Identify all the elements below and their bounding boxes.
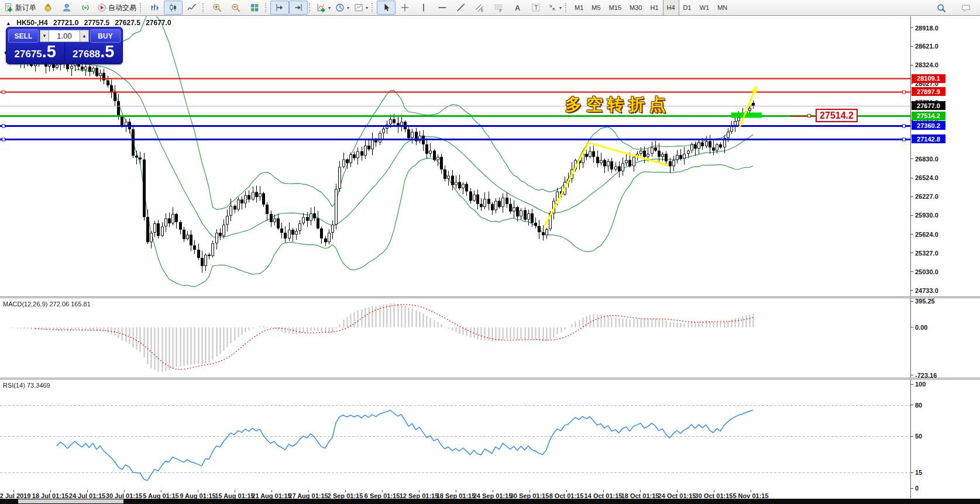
- new-order-button[interactable]: 新订单: [2, 1, 39, 15]
- chat-icon: [961, 4, 971, 13]
- svg-text:A: A: [515, 4, 520, 12]
- crosshair-button[interactable]: [396, 1, 414, 15]
- market-button[interactable]: [39, 1, 57, 15]
- timeframe-h1-button[interactable]: H1: [646, 0, 662, 16]
- zoom-in-button[interactable]: [208, 1, 226, 15]
- macd-panel-canvas[interactable]: [0, 298, 910, 378]
- main-chart-canvas[interactable]: [0, 16, 910, 297]
- timeframe-d1-button[interactable]: D1: [679, 0, 696, 16]
- sell-price[interactable]: 27675 .5: [6, 43, 65, 63]
- chart-symbol-period: HK50-,H4: [16, 19, 47, 27]
- chart-shift-button[interactable]: [289, 1, 308, 15]
- autotrading-button[interactable]: 自动交易: [95, 1, 139, 15]
- tile-windows-button[interactable]: [245, 1, 264, 15]
- time-tick-label: 24 Jul 01:15: [69, 492, 105, 499]
- rsi-tick-label: 80: [915, 402, 922, 409]
- horizontal-line-button[interactable]: [433, 1, 452, 15]
- community-button[interactable]: [57, 1, 76, 15]
- price-tag-label[interactable]: 27514.2: [816, 109, 858, 122]
- timeframe-h4-button[interactable]: H4: [663, 0, 679, 16]
- price-tick-mark: [911, 84, 913, 84]
- periods-button[interactable]: ▾: [333, 1, 352, 15]
- vertical-line-button[interactable]: [414, 1, 433, 15]
- fibonacci-button[interactable]: F: [489, 1, 508, 15]
- volume-input[interactable]: 1.00: [49, 30, 80, 42]
- ohlc-close: 27677.0: [146, 19, 171, 27]
- equidistant-channel-button[interactable]: E: [470, 1, 489, 15]
- timeframe-mn-button[interactable]: MN: [713, 0, 731, 16]
- buy-price[interactable]: 27688 .5: [65, 43, 123, 63]
- arrows-button[interactable]: ▾: [545, 1, 564, 15]
- volume-decrease-button[interactable]: ▼: [40, 30, 49, 42]
- signals-icon: [81, 3, 90, 12]
- indicators-button[interactable]: ▾: [314, 1, 333, 15]
- bar-chart-button[interactable]: [145, 1, 164, 15]
- community-icon: [62, 3, 71, 12]
- text-label-button[interactable]: T: [527, 1, 545, 15]
- line-chart-icon: [187, 3, 197, 12]
- signals-button[interactable]: [76, 1, 95, 15]
- templates-button[interactable]: ▾: [352, 1, 370, 15]
- collapse-quote-icon[interactable]: ▲: [6, 20, 11, 26]
- price-axis[interactable]: 28918.028621.028324.028027.027731.027434…: [910, 16, 980, 498]
- indicators-icon: [317, 3, 326, 12]
- trendline-button[interactable]: [452, 1, 470, 15]
- price-line-label: 27142.8: [912, 134, 945, 143]
- time-tick-label: 27 Aug 01:15: [288, 492, 328, 499]
- timeframe-m30-button[interactable]: M30: [625, 0, 646, 16]
- rsi-tick-label: 100: [915, 381, 926, 388]
- timeframe-m1-button[interactable]: M1: [570, 0, 587, 16]
- rsi-panel-splitter[interactable]: [0, 378, 980, 379]
- chart-shift-icon: [294, 3, 303, 12]
- candlestick-chart-button[interactable]: [164, 1, 183, 15]
- chat-button[interactable]: [957, 1, 975, 15]
- timeframe-m5-button[interactable]: M5: [587, 0, 604, 16]
- timeframe-m15-button[interactable]: M15: [605, 0, 625, 16]
- price-tick-label: 26227.0: [915, 193, 938, 200]
- time-axis[interactable]: 12 Jul 201918 Jul 01:1524 Jul 01:1530 Ju…: [0, 491, 910, 499]
- zoom-out-button[interactable]: [226, 1, 245, 15]
- auto-scroll-button[interactable]: [270, 1, 289, 15]
- time-tick-label: 30 Jul 01:15: [106, 492, 142, 499]
- price-tick-mark: [911, 65, 913, 65]
- macd-panel-splitter[interactable]: [0, 296, 980, 298]
- price-tick-label: 25930.0: [915, 212, 938, 219]
- price-tick-mark: [911, 290, 913, 291]
- price-tick-label: 26524.0: [915, 174, 938, 181]
- cursor-button[interactable]: [377, 1, 396, 15]
- time-tick-label: 18 Sep 01:15: [436, 492, 476, 499]
- search-button[interactable]: [932, 1, 951, 15]
- timeframe-w1-button[interactable]: W1: [696, 0, 714, 16]
- periods-dropdown-icon[interactable]: ▾: [347, 5, 349, 11]
- time-tick-label: 30 Oct 01:15: [695, 492, 733, 499]
- sell-button[interactable]: SELL: [8, 29, 39, 43]
- rsi-tick-label: 50: [915, 433, 922, 440]
- price-line-label: 27677.0: [912, 101, 945, 110]
- time-tick-label: 24 Oct 01:15: [658, 492, 696, 499]
- sell-price-main: 27675: [15, 49, 42, 60]
- text-button[interactable]: A: [508, 1, 527, 15]
- svg-text:F: F: [500, 9, 502, 13]
- line-chart-button[interactable]: [183, 1, 201, 15]
- buy-button[interactable]: BUY: [90, 29, 121, 43]
- rsi-panel-canvas[interactable]: [0, 379, 910, 490]
- zoom-out-icon: [231, 3, 240, 12]
- indicators-dropdown-icon[interactable]: ▾: [328, 5, 331, 11]
- bar-chart-icon: [150, 3, 159, 12]
- time-tick-label: 6 Sep 01:15: [365, 492, 400, 499]
- turning-point-annotation[interactable]: 多空转折点: [565, 94, 670, 116]
- price-tick-mark: [911, 271, 913, 272]
- volume-increase-button[interactable]: ▲: [80, 30, 89, 42]
- rsi-tick-mark: [911, 488, 913, 489]
- price-tick-label: 28918.0: [915, 25, 938, 32]
- price-tick-mark: [911, 215, 913, 216]
- rsi-tick-mark: [911, 405, 913, 405]
- buy-price-main: 27688: [73, 49, 100, 60]
- periods-icon: [335, 3, 345, 12]
- arrows-dropdown-icon[interactable]: ▾: [559, 5, 562, 11]
- price-tick-label: 28324.0: [915, 61, 938, 68]
- time-tick-label: 21 Aug 01:15: [252, 492, 291, 499]
- templates-dropdown-icon[interactable]: ▾: [366, 5, 368, 11]
- text-label-icon: T: [531, 3, 541, 12]
- market-icon: [43, 3, 53, 12]
